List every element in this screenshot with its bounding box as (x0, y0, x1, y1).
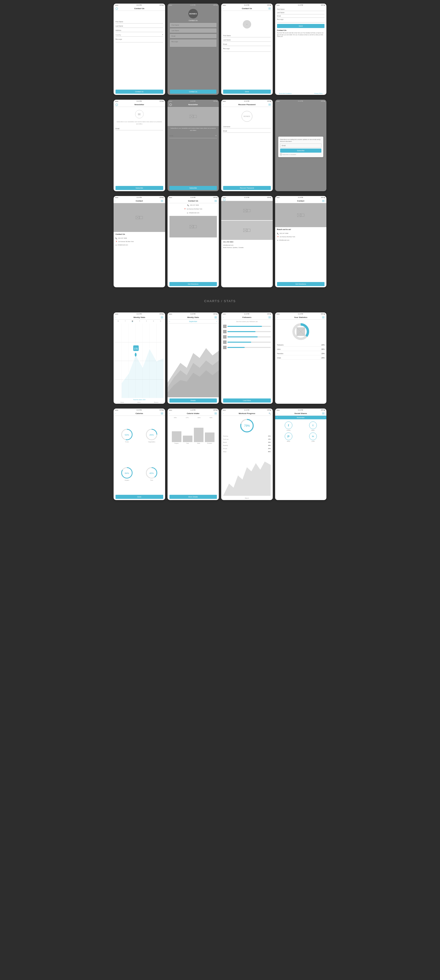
message-3[interactable] (223, 47, 271, 52)
back-9[interactable]: ‹ (115, 200, 116, 202)
newsletter-desc-6: Subscribe to our newsletter and receive … (169, 127, 217, 131)
back-15[interactable]: ‹ (223, 317, 223, 318)
terms-link[interactable]: Terms And Conditions (279, 93, 292, 94)
em-4[interactable] (277, 14, 325, 18)
address-field-1[interactable] (115, 29, 163, 32)
menu-12[interactable] (322, 200, 325, 202)
message-field-1[interactable] (115, 38, 163, 42)
bones-contact-btn[interactable]: Contact Us (170, 90, 217, 94)
popup-email[interactable] (280, 143, 322, 148)
back-19[interactable]: ‹ (223, 413, 223, 414)
menu-15[interactable] (268, 317, 271, 318)
popup-subscribe-btn[interactable]: Subscribe (280, 148, 322, 153)
contact-btn-1[interactable]: Contact Us (115, 90, 163, 94)
email-7[interactable] (223, 129, 271, 133)
nav-bar-20: ‹ Social Shares (275, 411, 327, 416)
map-img-9 (113, 203, 165, 232)
map-img-11b (221, 221, 273, 240)
menu-10[interactable] (215, 200, 217, 202)
close-popup-btn[interactable]: ✕ (319, 138, 321, 141)
fn-4[interactable] (277, 8, 325, 11)
nav-bar-15: ‹ Followers (221, 315, 273, 320)
send-btn-3[interactable]: Send (223, 90, 271, 94)
menu-3[interactable] (268, 8, 271, 10)
back-14[interactable]: ‹ (169, 317, 170, 318)
next-month-14[interactable]: › (216, 320, 217, 323)
phone-newsletter-2: ●●●●○ 11:14 PM 100% ▮ ‹ Newsletter Subsc… (167, 100, 219, 191)
back-16[interactable]: ‹ (277, 317, 277, 318)
bones-last-name[interactable] (170, 29, 217, 33)
email-3[interactable] (223, 43, 271, 46)
workout-pushups: Push ups 13% (223, 439, 271, 440)
bones-email[interactable] (170, 34, 217, 38)
country-select-1[interactable]: Country ▾ (115, 33, 163, 37)
email-icon-6: ✉ (215, 135, 217, 137)
first-name-field-1[interactable] (115, 20, 163, 24)
bones-first-name[interactable] (170, 23, 217, 27)
next-month-20[interactable]: › (324, 417, 325, 418)
menu-9[interactable] (161, 200, 163, 202)
bones-message[interactable] (170, 40, 217, 47)
more-details-btn-18[interactable]: More Details (169, 495, 217, 499)
pinterest-icon: P (285, 433, 292, 440)
back-5[interactable]: ‹ (115, 103, 118, 106)
back-10[interactable]: ‹ (169, 200, 170, 202)
prev-month-20[interactable]: ‹ (277, 417, 278, 418)
menu-7[interactable] (268, 104, 271, 105)
social-twitter: t 9660 (301, 422, 325, 431)
details-btn-14[interactable]: Details (169, 398, 217, 402)
menu-13[interactable] (161, 317, 163, 318)
username-7[interactable] (223, 125, 271, 129)
nav-title-19: Workout Progress (239, 412, 255, 415)
status-bar-8: ●●●●○ 11:14 PM 100% ▮ (275, 100, 327, 103)
content-15: See how active your followers are (221, 320, 273, 404)
menu-18[interactable] (215, 413, 217, 414)
menu-14[interactable] (215, 317, 217, 318)
bones-logo-7: BONES (242, 111, 252, 122)
load-more-btn-15[interactable]: Load More (223, 398, 271, 402)
nav-title-1: Contact Us (134, 8, 144, 10)
nav-back-circle-1[interactable]: ‹ (115, 8, 118, 10)
nav-bar-3: ‹ Contact Us (221, 6, 273, 11)
content-19: 79% Running 20% Push ups 13% Bench 29% B… (221, 416, 273, 500)
done-btn-17[interactable]: Done (115, 495, 163, 499)
cal-fats: 40% Fats (140, 455, 163, 492)
email-newsletter-6[interactable] (169, 134, 215, 137)
back-20[interactable]: ‹ (277, 413, 277, 414)
status-bar-4: ●●●●○ 11:14 PM 100% ▮ (275, 3, 327, 6)
subscribe-btn-6[interactable]: Subscribe (169, 186, 217, 190)
status-bar-15: ●●●●○ 11:14 PM 100% ▮ (221, 312, 273, 315)
back-3[interactable]: ‹ (223, 8, 223, 10)
popup-checkbox[interactable] (280, 154, 282, 155)
menu-17[interactable] (161, 413, 163, 414)
directions-btn-12[interactable]: Get Directions (277, 282, 325, 286)
msg-4[interactable] (277, 18, 325, 22)
send-btn-4[interactable]: Send (277, 24, 325, 28)
back-7[interactable]: ‹ (223, 104, 223, 105)
back-13[interactable]: ‹ (115, 317, 116, 318)
back-11[interactable]: ‹ (223, 199, 225, 201)
prev-month-14[interactable]: ‹ (169, 320, 170, 323)
directions-btn-10[interactable]: Get Directions (169, 282, 217, 286)
phone-weekly-stats-1: ●●●●○ 11:14 PM 100% ▮ ‹ Weekly Stats M T… (113, 312, 165, 404)
back-12[interactable]: ‹ (277, 200, 277, 202)
menu-16[interactable] (322, 317, 325, 318)
first-name-3[interactable] (223, 34, 271, 37)
back-6[interactable]: ‹ (169, 103, 172, 106)
last-name-3[interactable] (223, 38, 271, 42)
back-18[interactable]: ‹ (169, 413, 170, 414)
bar-sugars: Sugars (172, 431, 182, 444)
privacy-link[interactable]: Privacy Policy (314, 93, 322, 94)
search-19[interactable]: 🔍 (269, 413, 271, 415)
ln-4[interactable] (277, 11, 325, 14)
signal-1: ●●●●○ (115, 4, 119, 6)
email-newsletter-5[interactable] (115, 127, 163, 130)
subscribe-btn-5[interactable]: Subscribe (115, 186, 163, 190)
menu-20[interactable] (322, 413, 325, 414)
workout-situps: Sit ups 20% (223, 448, 271, 449)
newsletter-desc-5: Subscribe to our newsletter and receive … (115, 121, 163, 125)
last-name-field-1[interactable] (115, 24, 163, 28)
svg-point-30 (135, 353, 137, 357)
back-17[interactable]: ‹ (115, 413, 116, 414)
recover-btn-7[interactable]: Recover Password (223, 186, 271, 190)
